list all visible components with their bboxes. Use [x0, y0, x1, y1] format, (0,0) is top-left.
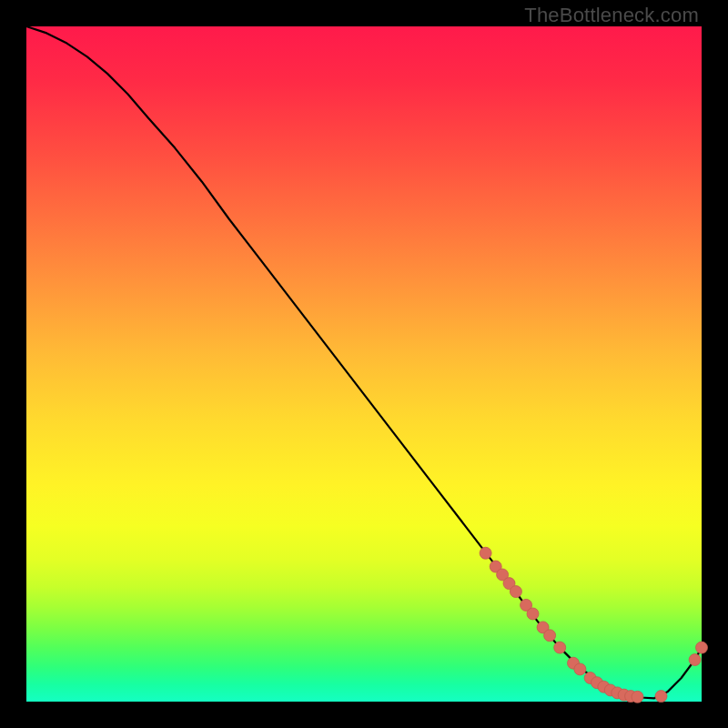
chart-stage: TheBottleneck.com [0, 0, 728, 728]
chart-gradient-background [26, 26, 702, 702]
watermark-text: TheBottleneck.com [524, 4, 699, 27]
